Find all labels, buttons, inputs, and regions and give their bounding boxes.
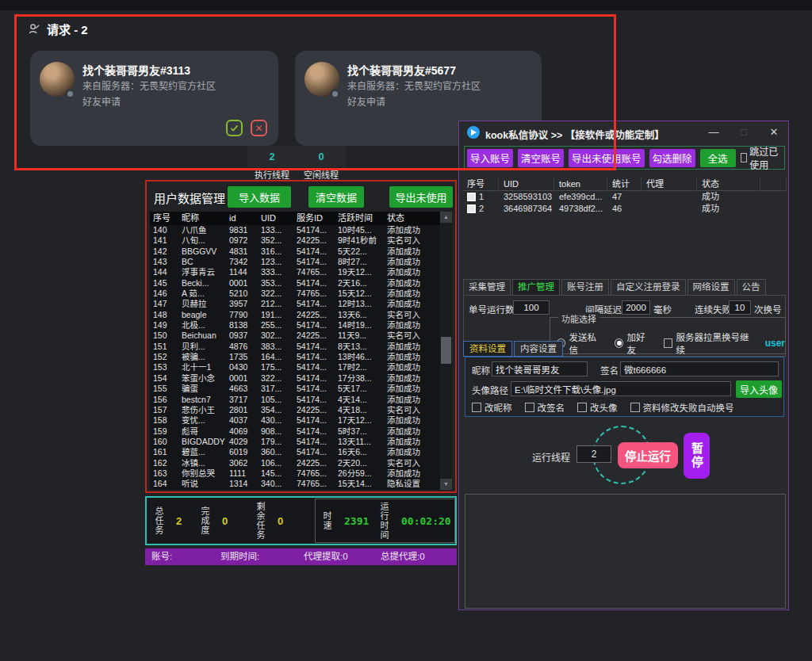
table-row[interactable]: 157悲伤小王2801354...24225...4天18...实名可入 xyxy=(150,405,452,415)
table-cell: 添加成功 xyxy=(384,257,440,267)
table-row[interactable]: 145Becki...0001353...54174...2天16...添加成功 xyxy=(150,278,452,288)
table-cell: 4663 xyxy=(226,384,258,394)
stat-item: 总任务2 xyxy=(153,498,182,544)
table-row[interactable]: 141八旬...0972352...24225...9时41秒前实名可入 xyxy=(150,235,452,246)
profile-tab-1[interactable]: 内容设置 xyxy=(514,341,563,357)
table-row[interactable]: 161碧蓝...6019360...54174...16天6...添加成功 xyxy=(150,447,452,457)
table-row[interactable]: 150Beichuan0937302...24225...11天9...实名可入 xyxy=(150,330,452,341)
table-row[interactable]: 160BIGDADDY4029179...54174...13天11...添加成… xyxy=(150,437,452,447)
clear-data-button[interactable]: 清空数据 xyxy=(308,186,364,208)
run-threads-input[interactable] xyxy=(576,445,611,463)
import-accounts-button[interactable]: 导入账号 xyxy=(467,149,513,167)
profile-option-checkbox[interactable]: 改头像 xyxy=(577,401,618,414)
function-select-group: 功能选择 发送私信加好友服务器拉黑换号继续user xyxy=(550,317,786,354)
table-row[interactable]: 144浮事青云1144333...74765...19天12...添加成功 xyxy=(150,267,452,277)
table-scrollbar[interactable]: ▲ ▼ xyxy=(440,212,452,490)
thread-counter-labels: 执行线程 空闲线程 xyxy=(247,168,346,181)
pause-button[interactable]: 暂停 xyxy=(684,433,710,479)
avatar-path-input[interactable] xyxy=(511,381,731,396)
table-row[interactable]: 154笨蛋小念0001322...54174...17分38...添加成功 xyxy=(150,373,452,384)
table-row[interactable]: 156bestcn73717105...54174...4天14...添加成功 xyxy=(150,395,452,405)
select-all-button[interactable]: 全选 xyxy=(700,149,736,167)
tab-1[interactable]: 推广管理 xyxy=(512,279,560,296)
fail-input[interactable] xyxy=(729,300,751,315)
signature-input[interactable] xyxy=(620,361,779,376)
footer-field: 总提代理:0 xyxy=(381,548,425,565)
tab-4[interactable]: 网络设置 xyxy=(688,279,735,295)
maximize-button[interactable]: □ xyxy=(735,124,753,140)
table-row[interactable]: 148beagle7790191...24225...13天6...实名可入 xyxy=(150,310,452,320)
close-button[interactable]: ✕ xyxy=(765,124,783,140)
table-row[interactable]: 163你别总哭1111145...74765...26分59...添加成功 xyxy=(150,468,452,479)
profile-tab-0[interactable]: 资料设置 xyxy=(463,341,512,357)
table-cell: 24225... xyxy=(293,405,335,415)
table-cell: 冰镇... xyxy=(178,458,226,468)
table-cell: 54174... xyxy=(293,447,335,457)
table-cell: 145... xyxy=(258,468,293,479)
stat-item: 剩余任务0 xyxy=(255,498,283,544)
nickname-input[interactable] xyxy=(492,361,588,376)
clear-accounts-button[interactable]: 清空账号 xyxy=(518,149,564,167)
table-cell: 17分38... xyxy=(335,373,384,384)
main-tab-bar: 采集管理推广管理账号注册自定义注册登录网络设置公告 xyxy=(463,279,768,296)
table-row[interactable]: 155骗蛋4663317...54174...5天17...添加成功 xyxy=(150,384,452,394)
radio-option[interactable]: 加好友 xyxy=(615,330,653,356)
delete-checked-button[interactable]: 勾选删除 xyxy=(649,149,695,167)
scrollbar-thumb[interactable] xyxy=(441,337,451,364)
scroll-up-icon[interactable]: ▲ xyxy=(440,212,452,223)
table-row[interactable]: 147贝赫拉3957212...54174...12时13...添加成功 xyxy=(150,299,452,309)
skip-used-checkbox[interactable]: 跳过已使用 xyxy=(741,144,782,171)
table-row[interactable]: 153北十一10430175...54174...17时2...添加成功 xyxy=(150,362,452,373)
table-cell: 9时41秒前 xyxy=(335,235,384,246)
table-row[interactable]: 146A 茹...5210322...74765...15天12...添加成功 xyxy=(150,288,452,299)
minimize-button[interactable]: — xyxy=(705,124,722,140)
table-row[interactable]: 13258593103efe399cd...47成功 xyxy=(462,191,787,203)
requests-title: 请求 - 2 xyxy=(47,21,88,37)
table-row[interactable]: 162冰镇...3062106...24225...2天20...实名可入 xyxy=(150,458,452,468)
row-checkbox[interactable] xyxy=(467,204,476,213)
export-unused-button[interactable]: 导出未使用 xyxy=(389,186,453,208)
row-checkbox[interactable] xyxy=(467,193,476,201)
kook-titlebar[interactable]: kook私信协议 >> 【接软件或功能定制】 — □ ✕ xyxy=(459,121,788,143)
interval-input[interactable] xyxy=(622,300,650,315)
import-avatar-button[interactable]: 导入头像 xyxy=(736,380,782,398)
reject-button[interactable]: ✕ xyxy=(251,120,267,136)
profile-option-checkbox[interactable]: 改昵称 xyxy=(472,401,512,414)
export-unused-accounts-button[interactable]: 导出未使用账号 xyxy=(569,149,645,167)
tab-5[interactable]: 公告 xyxy=(737,279,766,295)
table-row[interactable]: 143BC7342123...54174...8时27...添加成功 xyxy=(150,257,452,267)
table-row[interactable]: 158变忧...4037430...54174...17天12...添加成功 xyxy=(150,415,452,426)
table-row[interactable]: 149北极...8138255...54174...14时19...添加成功 xyxy=(150,320,452,330)
tab-2[interactable]: 账号注册 xyxy=(561,279,609,295)
check-icon xyxy=(230,124,239,132)
table-row[interactable]: 159彪哥4069908...54174...5时37...添加成功 xyxy=(150,426,452,437)
table-row[interactable]: 152被骗...1735164...54174...13时46...添加成功 xyxy=(150,352,452,362)
accept-button[interactable] xyxy=(226,120,243,136)
table-cell: 191... xyxy=(258,310,293,320)
checkbox-icon xyxy=(472,403,481,412)
table-cell: 添加成功 xyxy=(384,288,440,299)
table-row[interactable]: 142BBGGVV4831316...54174...5天22...添加成功 xyxy=(150,246,452,257)
stop-run-button[interactable]: 停止运行 xyxy=(618,442,678,468)
run-count-input[interactable] xyxy=(513,300,550,315)
profile-option-checkbox[interactable]: 改签名 xyxy=(525,401,565,414)
table-row[interactable]: 2364698736449738df2...46成功 xyxy=(462,203,787,215)
table-cell: 162 xyxy=(150,458,178,468)
table-cell: 19天12... xyxy=(335,267,384,277)
table-row[interactable]: 164听说1314340...74765...15天14...隐私设置 xyxy=(150,479,452,489)
scroll-down-icon[interactable]: ▼ xyxy=(440,479,452,490)
profile-option-checkbox[interactable]: 资料修改失败自动换号 xyxy=(630,401,734,414)
table-cell: 15天14... xyxy=(335,479,384,489)
import-data-button[interactable]: 导入数据 xyxy=(228,186,291,208)
tab-3[interactable]: 自定义注册登录 xyxy=(611,279,686,295)
table-row[interactable]: 151贝利...4876383...54174...8天13...添加成功 xyxy=(150,342,452,352)
table-cell: 148 xyxy=(150,310,178,320)
table-row[interactable]: 140八爪鱼9831133...54174...10时45...添加成功 xyxy=(150,225,452,235)
table-cell: 骗蛋 xyxy=(178,384,226,394)
stat-label: 总任务 xyxy=(153,506,164,535)
blacklist-switch-checkbox[interactable]: 服务器拉黑换号继续 xyxy=(664,330,754,356)
tab-0[interactable]: 采集管理 xyxy=(463,279,511,295)
table-cell: Beichuan xyxy=(178,330,226,341)
table-cell: 1735 xyxy=(226,352,258,362)
table-cell: 164 xyxy=(150,479,178,489)
